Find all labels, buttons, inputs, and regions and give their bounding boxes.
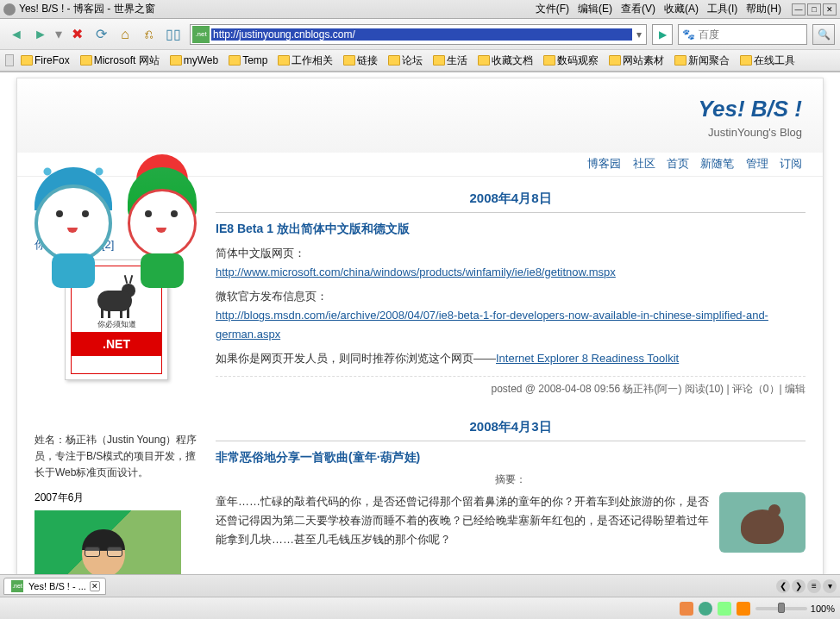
browser-tab[interactable]: .net Yes! B/S ! - ... ✕ xyxy=(3,578,106,595)
bookmark-item[interactable]: FireFox xyxy=(17,53,73,68)
post-body: 如果你是网页开发人员，则同时推荐你浏览这个网页——Internet Explor… xyxy=(216,349,806,368)
menu-bar: 文件(F) 编辑(E) 查看(V) 收藏(A) 工具(I) 帮助(H) xyxy=(532,0,785,18)
security-icon[interactable] xyxy=(718,602,731,616)
folder-icon xyxy=(278,55,290,66)
bookmark-item[interactable]: Microsoft 网站 xyxy=(77,52,163,70)
menu-tools[interactable]: 工具(I) xyxy=(704,0,741,18)
bookmark-item[interactable]: 论坛 xyxy=(385,52,426,70)
header-mascots xyxy=(34,159,224,297)
tab-new-button[interactable]: ▾ xyxy=(823,579,837,593)
bookmark-item[interactable]: Temp xyxy=(225,53,271,68)
menu-file[interactable]: 文件(F) xyxy=(532,0,573,18)
bookmark-bar: FireFox Microsoft 网站 myWeb Temp 工作相关 链接 … xyxy=(0,50,840,72)
folder-icon xyxy=(478,55,490,66)
tab-controls: ❮ ❯ ≡ ▾ xyxy=(776,579,837,593)
sidebar-toggle[interactable] xyxy=(5,54,14,66)
back-button[interactable]: ◄ xyxy=(5,23,28,46)
author-photo xyxy=(34,510,181,574)
close-button[interactable]: ✕ xyxy=(823,3,837,16)
post-link[interactable]: http://www.microsoft.com/china/windows/p… xyxy=(216,266,616,278)
author-bio: 姓名：杨正祎（Justin Young）程序员，专注于B/S模式的项目开发，擅长… xyxy=(34,432,198,482)
minimize-button[interactable]: — xyxy=(792,3,806,16)
folder-icon xyxy=(388,55,400,66)
popup-blocker-icon[interactable] xyxy=(699,602,712,616)
menu-edit[interactable]: 编辑(E) xyxy=(574,0,616,18)
tab-label: Yes! B/S ! - ... xyxy=(28,581,86,591)
bookmark-item[interactable]: 链接 xyxy=(340,52,381,70)
stop-button[interactable]: ✖ xyxy=(66,23,88,46)
post-text: 如果你是网页开发人员，则同时推荐你浏览这个网页—— xyxy=(216,352,496,365)
menu-view[interactable]: 查看(V) xyxy=(617,0,659,18)
nav-manage[interactable]: 管理 xyxy=(746,157,768,170)
post-body: 简体中文版网页： http://www.microsoft.com/china/… xyxy=(216,244,806,282)
nav-cnblogs[interactable]: 博客园 xyxy=(587,157,621,170)
folder-icon xyxy=(674,55,686,66)
restore-button[interactable]: ⎌ xyxy=(138,23,160,46)
search-engine-icon[interactable]: 🐾 xyxy=(682,28,695,41)
menu-help[interactable]: 帮助(H) xyxy=(743,0,785,18)
blog-subtitle: JustinYoung's Blog xyxy=(38,126,802,139)
status-icon[interactable] xyxy=(680,602,693,616)
search-button[interactable]: 🔍 xyxy=(812,24,835,45)
post-link[interactable]: http://blogs.msdn.com/ie/archive/2008/04… xyxy=(216,309,768,341)
maximize-button[interactable]: □ xyxy=(807,3,821,16)
post-title-link[interactable]: 非常恶俗地分享一首歌曲(童年·葫芦娃) xyxy=(216,450,420,464)
search-input[interactable] xyxy=(699,28,803,41)
bookmark-item[interactable]: 工作相关 xyxy=(274,52,336,70)
blog-header: Yes! B/S ! JustinYoung's Blog xyxy=(17,78,823,153)
zoom-value: 100% xyxy=(811,603,835,614)
zoom-slider[interactable] xyxy=(755,607,807,610)
nav-rss[interactable]: 订阅 xyxy=(780,157,802,170)
site-icon: .net xyxy=(192,26,210,43)
bookmark-item[interactable]: 收藏文档 xyxy=(474,52,536,70)
folder-icon xyxy=(343,55,355,66)
toolbar: ◄ ► ▾ ✖ ⟳ ⌂ ⎌ ▯▯ .net ▾ ▶ 🐾 🔍 xyxy=(0,19,840,50)
bookmark-item[interactable]: 新闻聚合 xyxy=(671,52,733,70)
url-input[interactable] xyxy=(211,28,632,41)
photo-date: 2007年6月 xyxy=(34,491,198,505)
post-body: 微软官方发布信息页： http://blogs.msdn.com/ie/arch… xyxy=(216,287,806,344)
forward-button[interactable]: ► xyxy=(29,23,52,46)
go-button[interactable]: ▶ xyxy=(652,24,673,45)
url-dropdown[interactable]: ▾ xyxy=(632,28,646,41)
nav-dropdown[interactable]: ▾ xyxy=(53,23,64,46)
folder-icon xyxy=(170,55,182,66)
page-viewport[interactable]: Yes! B/S ! JustinYoung's Blog 博客园 社区 首页 … xyxy=(0,72,840,574)
mascot-green xyxy=(123,159,210,279)
sidebar-button[interactable]: ▯▯ xyxy=(162,23,185,46)
post-date-heading: 2008年4月3日 xyxy=(216,414,806,441)
bookmark-item[interactable]: myWeb xyxy=(166,53,222,68)
bookmark-item[interactable]: 在线工具 xyxy=(737,52,799,70)
post-link[interactable]: Internet Explorer 8 Readiness Toolkit xyxy=(496,352,679,365)
folder-icon xyxy=(433,55,445,66)
post-summary-text: 童年……忙碌的敲着代码的你，是否还曾记得那个留着鼻涕的童年的你？开着车到处旅游的… xyxy=(216,495,709,546)
tab-next-button[interactable]: ❯ xyxy=(792,579,806,593)
nav-newpost[interactable]: 新随笔 xyxy=(700,157,734,170)
tab-bar: .net Yes! B/S ! - ... ✕ ❮ ❯ ≡ ▾ xyxy=(0,574,840,597)
post-thumbnail xyxy=(719,492,806,553)
folder-icon xyxy=(609,55,621,66)
post-title-link[interactable]: IE8 Beta 1 放出简体中文版和德文版 xyxy=(216,222,410,235)
nav-front[interactable]: 首页 xyxy=(667,157,689,170)
search-box: 🐾 xyxy=(678,24,807,45)
bookmark-item[interactable]: 生活 xyxy=(429,52,471,70)
book-small-text: 你必须知道 xyxy=(72,319,161,330)
home-button[interactable]: ⌂ xyxy=(114,23,136,46)
bookmark-item[interactable]: 数码观察 xyxy=(540,52,602,70)
url-bar: .net ▾ xyxy=(190,24,647,45)
menu-favorites[interactable]: 收藏(A) xyxy=(661,0,702,18)
post-date-heading: 2008年4月8日 xyxy=(216,185,806,213)
app-icon xyxy=(3,3,16,16)
bookmark-item[interactable]: 网站素材 xyxy=(605,52,668,70)
folder-icon xyxy=(543,55,555,66)
mascot-blue xyxy=(34,159,121,279)
feed-icon[interactable] xyxy=(737,602,750,616)
nav-community[interactable]: 社区 xyxy=(633,157,655,170)
status-bar: 100% xyxy=(0,597,840,619)
tab-close-button[interactable]: ✕ xyxy=(90,581,100,591)
tab-prev-button[interactable]: ❮ xyxy=(776,579,790,593)
summary-label: 摘要： xyxy=(216,472,806,487)
window-controls: — □ ✕ xyxy=(792,3,837,16)
tab-list-button[interactable]: ≡ xyxy=(807,579,821,593)
reload-button[interactable]: ⟳ xyxy=(90,23,112,46)
